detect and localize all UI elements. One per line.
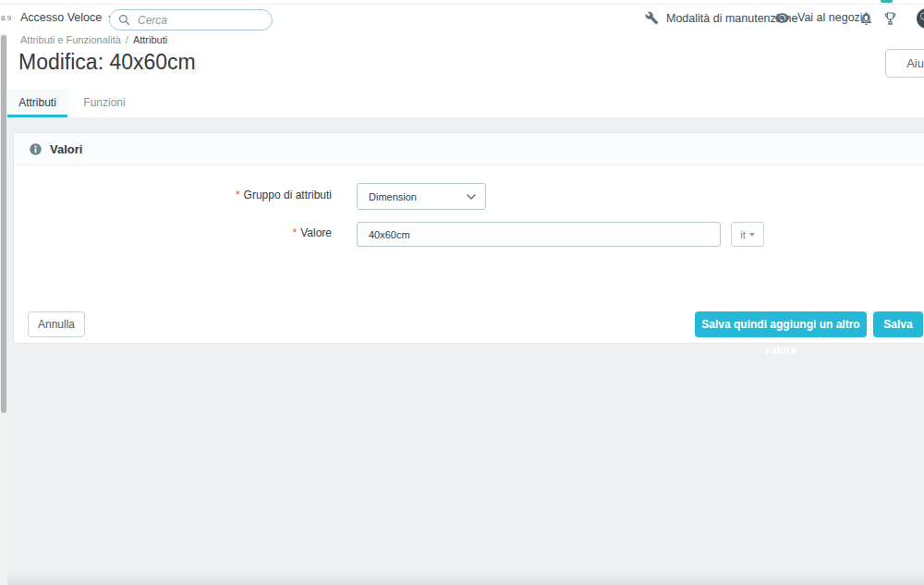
- language-code: it: [740, 229, 746, 240]
- bell-icon: [858, 10, 874, 27]
- breadcrumb-current: Attributi: [133, 34, 167, 45]
- required-mark: *: [293, 226, 298, 239]
- save-button[interactable]: Salva: [873, 311, 923, 337]
- notifications-button[interactable]: [858, 10, 874, 27]
- values-panel-header: Valori: [14, 133, 924, 165]
- left-scrollbar-thumb[interactable]: [1, 35, 6, 413]
- attribute-group-label: *Gruppo di attributi: [14, 189, 332, 201]
- quick-access-menu[interactable]: Accesso Veloce: [20, 11, 116, 24]
- search-icon: [118, 14, 130, 26]
- save-and-add-button[interactable]: Salva quindi aggiungi un altro valore: [695, 311, 867, 337]
- required-mark: *: [236, 189, 240, 201]
- eye-icon: [774, 12, 790, 24]
- quick-access-label: Accesso Veloce: [20, 11, 102, 24]
- tab-attributi[interactable]: Attributi: [7, 90, 67, 117]
- trophy-icon: [882, 10, 898, 27]
- cancel-button[interactable]: Annulla: [28, 311, 85, 337]
- help-button[interactable]: Aiuto: [885, 49, 924, 78]
- header: 8.9 Accesso Veloce Modalità di manutenzi…: [0, 0, 924, 117]
- version-fragment: 8.9: [1, 14, 11, 22]
- panel-title: Valori: [50, 142, 82, 156]
- attribute-group-select[interactable]: Dimension: [357, 183, 486, 210]
- left-scrollbar-track: [0, 33, 7, 585]
- search-bar[interactable]: [109, 9, 273, 30]
- bottom-shadow: [0, 570, 924, 585]
- view-shop-link[interactable]: Vai al negozio: [774, 11, 869, 24]
- chevron-down-icon: [467, 194, 476, 200]
- achievements-button[interactable]: [882, 10, 898, 27]
- attribute-group-value: Dimension: [369, 191, 417, 202]
- breadcrumb: Attributi e Funzionalità/Attributi: [20, 34, 167, 45]
- value-input[interactable]: [357, 222, 721, 247]
- top-tab-indicator: [881, 0, 893, 3]
- tab-funzioni[interactable]: Funzioni: [67, 90, 141, 117]
- search-input[interactable]: [136, 13, 263, 28]
- top-edge: [0, 0, 924, 5]
- language-dropdown[interactable]: it: [731, 222, 764, 247]
- caret-down-icon: [749, 233, 755, 237]
- breadcrumb-separator: /: [126, 34, 128, 45]
- admin-screen: 8.9 Accesso Veloce Modalità di manutenzi…: [0, 0, 924, 585]
- info-icon: [29, 142, 43, 156]
- page-title: Modifica: 40x60cm: [18, 50, 196, 75]
- values-panel: Valori *Gruppo di attributi Dimension *V…: [13, 132, 924, 344]
- user-avatar[interactable]: [917, 8, 924, 29]
- wrench-icon: [645, 11, 659, 25]
- value-label: *Valore: [14, 226, 332, 239]
- breadcrumb-parent[interactable]: Attributi e Funzionalità: [20, 34, 121, 45]
